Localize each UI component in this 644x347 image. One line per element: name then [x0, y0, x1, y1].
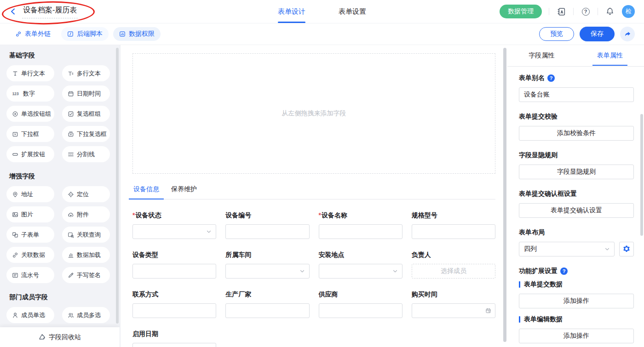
app-header: 设备档案-履历表 表单设计表单设置 数据管理 ?	[0, 0, 644, 23]
field-type-image[interactable]: 图片	[6, 206, 54, 222]
panel-subsection-label: 表单提交数据	[524, 280, 563, 289]
chevron-down-icon	[392, 268, 398, 274]
field-recycle-button[interactable]: 字段回收站	[0, 327, 120, 347]
field-text-input[interactable]	[225, 303, 309, 318]
image-icon	[12, 211, 18, 218]
toolbar-button-2[interactable]: 后端脚本	[61, 27, 109, 41]
field-select[interactable]	[225, 264, 309, 279]
field-type-label: 数据加载	[77, 251, 101, 259]
field-type-dropdown-multi[interactable]: 下拉复选框	[62, 126, 110, 142]
back-button[interactable]	[9, 7, 17, 16]
field-text-input[interactable]	[319, 224, 402, 239]
panel-section-title: 表单提交确认框设置	[519, 190, 634, 198]
field-type-attachment[interactable]: 附件	[62, 206, 110, 222]
panel-action-button[interactable]: 添加校验条件	[519, 126, 634, 141]
field-type-divider-line[interactable]: 分割线	[62, 146, 110, 162]
form-field: 安装地点	[319, 251, 402, 279]
field-text-input[interactable]	[412, 224, 495, 239]
toolbar-button-label: 后端脚本	[77, 30, 103, 38]
chevron-down-icon	[604, 246, 610, 252]
field-text-input[interactable]	[132, 264, 216, 279]
field-type-signature[interactable]: 手写签名	[62, 267, 110, 283]
form-field: 所属车间	[225, 251, 309, 279]
panel-section-title: 表单布局	[519, 228, 634, 237]
field-type-multi-line-text[interactable]: 多行文本	[62, 65, 110, 81]
header-tab-1[interactable]: 表单设计	[278, 0, 305, 23]
form-field: 购买时间	[412, 290, 495, 318]
field-type-dropdown[interactable]: 下拉框	[6, 126, 54, 142]
sidebar-scrollbar[interactable]	[116, 48, 119, 324]
member-single-icon	[12, 312, 18, 319]
panel-action-button[interactable]: 字段显隐规则	[519, 165, 634, 179]
field-type-label: 下拉框	[21, 130, 39, 138]
field-type-label: 分割线	[77, 150, 95, 159]
help-badge-icon[interactable]: ?	[560, 267, 568, 275]
field-label: *设备名称	[319, 211, 402, 220]
extend-button-icon	[12, 151, 18, 158]
field-member-picker[interactable]: 选择成员	[412, 264, 495, 279]
form-title[interactable]: 设备档案-履历表	[22, 5, 78, 18]
bell-icon[interactable]	[605, 6, 615, 17]
field-date-input[interactable]	[412, 303, 495, 318]
field-type-single-line-text[interactable]: 单行文本	[6, 65, 54, 81]
field-select[interactable]	[319, 264, 402, 279]
panel-action-button[interactable]: 表单提交确认设置	[519, 203, 634, 218]
panel-subsection-title: 表单提交数据	[519, 280, 634, 289]
field-type-extend-button[interactable]: 扩展按钮	[6, 146, 54, 162]
field-text-input[interactable]	[225, 224, 309, 239]
panel-scrollbar[interactable]	[640, 114, 643, 236]
field-type-member-single[interactable]: 成员单选	[6, 307, 54, 323]
panel-action-button[interactable]: 添加操作	[519, 329, 634, 343]
form-alias-input[interactable]: 设备台账	[519, 87, 634, 102]
help-badge-icon[interactable]: ?	[547, 74, 555, 82]
field-type-linked-query[interactable]: 关联查询	[62, 227, 110, 243]
field-type-label: 下拉复选框	[77, 130, 107, 138]
field-type-serial-number[interactable]: 流水号	[6, 267, 54, 283]
multi-line-text-icon	[68, 70, 74, 77]
data-manage-button[interactable]: 数据管理	[500, 5, 542, 18]
form-drop-area[interactable]: 从左侧拖拽来添加字段	[132, 53, 495, 174]
field-type-radio-group[interactable]: 单选按钮组	[6, 106, 54, 122]
field-type-data-load[interactable]: 数据加载	[62, 247, 110, 263]
address-icon	[12, 191, 18, 198]
panel-tab-1[interactable]: 字段属性	[507, 45, 576, 66]
toolbar-button-1[interactable]: 表单外链	[9, 27, 57, 41]
field-type-locate[interactable]: 定位	[62, 186, 110, 202]
signature-icon	[68, 272, 74, 279]
field-type-checkbox-group[interactable]: 复选框组	[62, 106, 110, 122]
layout-settings-button[interactable]	[619, 242, 634, 256]
field-type-linked-data[interactable]: 关联数据	[6, 247, 54, 263]
field-text-input[interactable]	[132, 343, 216, 347]
toolbar-button-label: 表单外链	[25, 30, 51, 38]
panel-section-title-text: 表单提交确认框设置	[519, 190, 577, 198]
field-type-member-multi[interactable]: 成员多选	[62, 307, 110, 323]
layout-select[interactable]: 四列	[519, 242, 615, 256]
contacts-icon[interactable]	[556, 6, 566, 17]
field-text-input[interactable]	[132, 303, 216, 318]
canvas-tab-1[interactable]: 设备信息	[132, 180, 160, 199]
user-avatar[interactable]: 检	[622, 5, 635, 18]
panel-subsection-title: 表单编辑数据	[519, 315, 634, 324]
sidebar-group-items: 地址定位图片附件子表单关联查询关联数据数据加载流水号手写签名	[6, 186, 120, 283]
field-type-address[interactable]: 地址	[6, 186, 54, 202]
form-field: 负责人选择成员	[412, 251, 495, 279]
form-canvas: 从左侧拖拽来添加字段 设备信息保养维护 *设备状态设备编号*设备名称规格型号设备…	[121, 45, 507, 347]
field-type-datetime[interactable]: 日期时间	[62, 85, 110, 102]
preview-button[interactable]: 预览	[539, 27, 574, 41]
panel-tab-2[interactable]: 表单属性	[576, 45, 644, 66]
field-type-number[interactable]: 123数字	[6, 85, 54, 102]
canvas-scrollbar[interactable]	[503, 48, 506, 342]
save-button[interactable]: 保存	[580, 27, 615, 41]
header-tab-2[interactable]: 表单设置	[339, 0, 366, 23]
panel-action-button[interactable]: 添加操作	[519, 294, 634, 308]
help-icon[interactable]: ?	[581, 6, 591, 17]
subform-icon	[12, 232, 18, 238]
canvas-tab-2[interactable]: 保养维护	[170, 180, 198, 199]
panel-tabs: 字段属性表单属性	[507, 45, 644, 67]
field-label: 规格型号	[412, 211, 495, 220]
toolbar-button-3[interactable]: 数据权限	[113, 27, 161, 41]
field-text-input[interactable]	[319, 303, 402, 318]
field-type-subform[interactable]: 子表单	[6, 227, 54, 243]
share-button[interactable]	[620, 27, 635, 41]
field-select[interactable]	[132, 224, 216, 239]
